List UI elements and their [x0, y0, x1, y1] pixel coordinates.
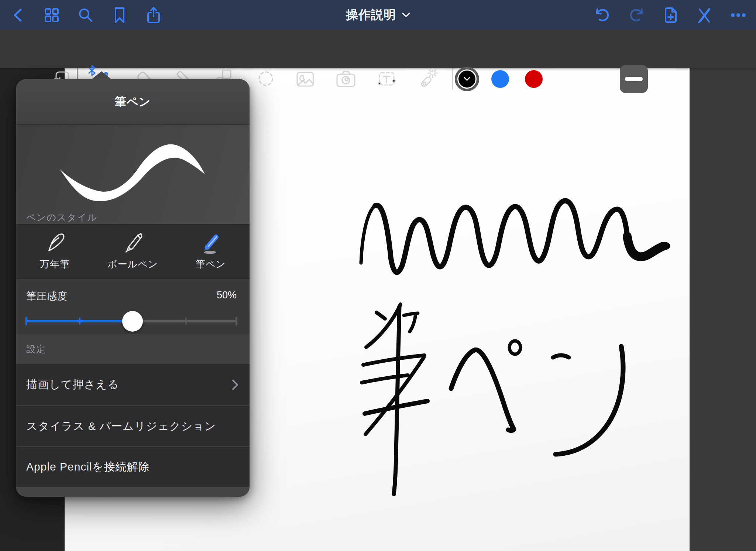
brush-stroke-preview	[16, 125, 250, 224]
lasso-icon	[254, 67, 278, 91]
image-tool-button[interactable]	[293, 67, 317, 91]
color-swatch-black[interactable]	[455, 67, 479, 91]
page-title: 操作説明	[346, 7, 396, 23]
laser-pointer-button[interactable]	[416, 67, 439, 91]
slider-tick	[236, 317, 237, 325]
document-title-button[interactable]: 操作説明	[0, 0, 756, 30]
pen-style-label: 筆ペン	[195, 258, 226, 271]
stroke-width-thin[interactable]	[553, 65, 581, 93]
chevron-right-icon	[232, 379, 238, 390]
menu-item-stylus-palm-rejection[interactable]: スタイラス & パームリジェクション	[16, 405, 250, 446]
pen-style-ballpoint[interactable]: ボールペン	[94, 225, 172, 279]
pressure-label: 筆圧感度	[26, 290, 68, 303]
pen-style-fountain[interactable]: 万年筆	[16, 225, 94, 279]
pressure-value: 50%	[217, 290, 237, 301]
pressure-slider-thumb[interactable]	[122, 311, 143, 332]
tools-toolbar	[0, 30, 756, 68]
settings-section-header: 設定	[16, 334, 250, 364]
popover-header: 筆ペン	[16, 79, 250, 125]
camera-tool-button[interactable]	[334, 67, 358, 91]
popover-arrow	[92, 71, 111, 79]
popover-title: 筆ペン	[115, 94, 151, 110]
image-icon	[293, 67, 317, 91]
pen-settings-popover: 筆ペン ペンのスタイル 万年筆 ボールペン	[16, 79, 250, 497]
menu-item-draw-and-hold[interactable]: 描画して押さえる	[16, 364, 250, 405]
stroke-width-thick[interactable]	[620, 65, 648, 93]
settings-label: 設定	[26, 343, 46, 355]
fountain-pen-icon	[42, 230, 68, 256]
pen-style-brush[interactable]: 筆ペン	[172, 225, 250, 279]
stroke-width-medium[interactable]	[586, 65, 614, 93]
laser-pointer-icon	[416, 67, 439, 91]
text-icon	[375, 67, 398, 91]
slider-tick	[25, 317, 27, 325]
ballpoint-pen-icon	[120, 230, 146, 256]
color-swatch-blue[interactable]	[491, 70, 509, 88]
chevron-down-icon	[402, 13, 410, 18]
right-margin-strip	[690, 68, 756, 551]
text-tool-button[interactable]	[375, 67, 398, 91]
chevron-down-icon	[464, 77, 470, 81]
pen-style-label: ボールペン	[107, 258, 158, 271]
menu-item-disconnect-apple-pencil[interactable]: Apple Pencilを接続解除	[16, 446, 250, 487]
lasso-tool-button[interactable]	[254, 67, 278, 91]
color-swatch-red[interactable]	[525, 70, 543, 88]
stroke-preview	[16, 125, 250, 224]
slider-tick	[185, 318, 187, 325]
pen-style-section-label: ペンのスタイル	[26, 211, 97, 223]
camera-icon	[334, 67, 358, 91]
pen-style-label: 万年筆	[40, 258, 70, 271]
slider-tick	[79, 318, 80, 325]
brush-pen-icon	[198, 230, 224, 256]
menu-item-label: Apple Pencilを接続解除	[26, 459, 150, 475]
popover-footer	[16, 487, 250, 497]
menu-item-label: スタイラス & パームリジェクション	[26, 419, 216, 434]
pen-style-row: 万年筆 ボールペン 筆ペン	[16, 224, 250, 279]
navigation-bar: 操作説明	[0, 0, 756, 30]
toolbar-divider	[453, 68, 453, 89]
menu-item-label: 描画して押さえる	[26, 377, 119, 392]
